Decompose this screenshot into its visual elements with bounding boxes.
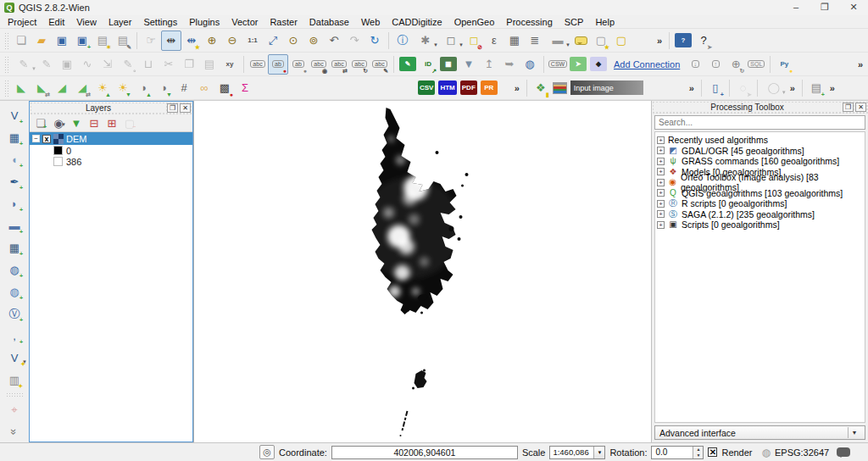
tree-expander-icon[interactable]: + [657, 200, 665, 208]
spinner-buttons[interactable]: ▲▼ [693, 447, 703, 458]
geoexplorer-button[interactable]: ◆ [590, 57, 607, 71]
tree-expander-icon[interactable]: + [657, 147, 665, 154]
menu-edit[interactable]: Edit [42, 16, 70, 28]
save-project-as-button[interactable]: ▣+ [72, 31, 92, 51]
layer-item-dem[interactable]: − x DEM [30, 132, 192, 145]
menu-view[interactable]: View [70, 16, 103, 28]
toolbar-overflow-5[interactable]: » [787, 83, 798, 93]
export-pr-button[interactable]: PR [481, 81, 498, 95]
processing-close-button[interactable]: ✕ [855, 103, 866, 112]
move-feature-button[interactable]: ⇲ [97, 54, 118, 75]
new-project-button[interactable]: ❏ [11, 31, 31, 51]
plugin-editor-button[interactable]: ✎ [399, 57, 416, 71]
gwc-settings-button[interactable]: ⊕↻ [726, 54, 746, 75]
manage-visibility-button[interactable]: ◉▼ [51, 115, 66, 131]
add-wcs-layer-button[interactable]: ◍+ [4, 281, 25, 302]
render-checkbox[interactable]: ✕ [708, 447, 717, 457]
select-features-button[interactable]: ◻▼ [438, 31, 464, 51]
menu-layer[interactable]: Layer [103, 16, 138, 28]
add-wfs-layer-button[interactable]: Ⓥ+ [4, 303, 25, 324]
save-layer-edits-button[interactable]: ▣ [57, 54, 77, 75]
add-vector-layer-button[interactable]: V+ [4, 105, 25, 125]
menu-processing[interactable]: Processing [500, 16, 558, 28]
algorithm-group[interactable]: +◩GDAL/OGR [45 geoalgorithms] [657, 146, 863, 157]
geoserver-map-button[interactable]: ➤ [570, 57, 587, 71]
label-move-button[interactable]: abc⇄ [329, 54, 349, 75]
add-delimited-text-button[interactable]: ,+ [4, 325, 25, 346]
add-coordinate-button[interactable]: xy [220, 54, 240, 75]
add-postgis-layer-button[interactable]: ◖+ [4, 149, 25, 169]
toggle-editing-button[interactable]: ✎ [36, 54, 57, 75]
local-histogram-stretch-button[interactable]: ◣ [11, 78, 31, 98]
increase-brightness-button[interactable]: ☀▲ [92, 78, 113, 98]
decrease-contrast-button[interactable]: ◑▼ [153, 78, 174, 98]
algorithm-search-input[interactable] [654, 115, 865, 130]
zoom-out-button[interactable]: ⊖ [222, 31, 242, 51]
roam-tools-button[interactable]: ◯▼ [761, 78, 787, 98]
tree-expander-icon[interactable]: + [657, 221, 665, 229]
tree-expander-icon[interactable]: + [657, 210, 665, 218]
scp-input-image-combo[interactable]: Input image [570, 81, 643, 95]
menu-help[interactable]: Help [589, 16, 620, 28]
add-wms-layer-button[interactable]: ◍+ [4, 259, 25, 280]
rotation-spinbox[interactable]: 0.0 ▲▼ [651, 446, 704, 459]
zoom-full-button[interactable]: ⤢ [263, 31, 283, 51]
polygon-select-button[interactable]: ◌➤ [733, 78, 754, 98]
toolbar-drag-handle[interactable] [4, 56, 8, 73]
zoom-native-button[interactable]: 1:1 [242, 31, 263, 51]
new-shapefile-button[interactable]: V✦▼ [2, 347, 27, 368]
minimize-button[interactable]: – [782, 0, 810, 15]
select-by-expression-button[interactable]: ε [484, 31, 504, 51]
menu-raster[interactable]: Raster [264, 16, 303, 28]
dot-symbols-button[interactable]: ∞ [194, 78, 214, 98]
label-change-button[interactable]: abc✎ [370, 54, 390, 75]
add-spatialite-layer-button[interactable]: ✒+ [4, 171, 25, 192]
run-feature-action-button[interactable]: ✱▼ [413, 31, 438, 51]
new-composer-button[interactable]: ▤✶ [92, 31, 113, 51]
toolbar-drag-handle[interactable] [6, 392, 23, 397]
save-project-button[interactable]: ▣ [52, 31, 72, 51]
zoom-in-button[interactable]: ⊕ [202, 31, 222, 51]
processing-float-button[interactable]: ❐ [843, 103, 854, 112]
add-connection-link[interactable]: Add Connection [614, 59, 680, 69]
algorithm-group[interactable]: +ⓈSAGA (2.1.2) [235 geoalgorithms] [657, 209, 863, 220]
menu-opengeo[interactable]: OpenGeo [448, 16, 501, 28]
zoom-to-selection-button[interactable]: ⊙ [283, 31, 303, 51]
identify-features-button[interactable]: ⓘ [392, 31, 413, 51]
python-console-button[interactable]: Py● [774, 54, 794, 75]
open-attribute-table-button[interactable]: ▦ [504, 31, 525, 51]
filter-legend-button[interactable]: ▼ [69, 115, 84, 131]
tree-expander-icon[interactable]: + [657, 158, 665, 165]
epsg-status[interactable]: EPSG:32647 [775, 447, 829, 458]
gps-tools-button[interactable]: ▯+ [705, 78, 726, 98]
decrease-brightness-button[interactable]: ☀▼ [113, 78, 133, 98]
import-to-server-button[interactable]: ↓ [685, 54, 705, 75]
remove-layer-button[interactable]: ▢− [122, 115, 137, 131]
add-raster-layer-button[interactable]: ▦+ [4, 127, 25, 147]
raster-values-button[interactable]: ▩● [214, 78, 235, 98]
refresh-map-button[interactable]: ↻ [364, 31, 385, 51]
delete-selected-button[interactable]: ⊔ [138, 54, 159, 75]
export-csv-button[interactable]: CSV [418, 81, 435, 95]
label-rotate-button[interactable]: abc↻ [349, 54, 370, 75]
wfs-download-button[interactable]: ▼ [459, 54, 479, 75]
touch-zoom-button[interactable]: ☞ [141, 31, 161, 51]
layers-float-button[interactable]: ❐ [167, 103, 178, 113]
graticule-button[interactable]: # [174, 78, 194, 98]
tree-expander-icon[interactable]: + [657, 179, 665, 186]
report-layout-button[interactable]: ▤+ [806, 78, 826, 98]
help-contents-button[interactable]: ? [675, 33, 692, 47]
label-pinned-button[interactable]: ab● [268, 54, 288, 75]
menu-vector[interactable]: Vector [225, 16, 264, 28]
full-cumulative-stretch-button[interactable]: ◢⇄ [72, 78, 92, 98]
sql-window-button[interactable]: SQL [746, 54, 766, 75]
collapse-all-button[interactable]: ⊞ [104, 115, 120, 131]
interface-mode-combo[interactable]: Advanced interface ▼ [654, 425, 865, 440]
tree-expander-icon[interactable]: + [657, 189, 665, 197]
zoom-to-layer-button[interactable]: ⊚ [303, 31, 324, 51]
menu-caddigitize[interactable]: CADDigitize [386, 16, 448, 28]
menu-web[interactable]: Web [355, 16, 386, 28]
zoom-next-button[interactable]: ↷ [344, 31, 364, 51]
algorithm-group[interactable]: +ψGRASS commands [160 geoalgorithms] [657, 156, 863, 167]
upload-data-button[interactable]: ↥ [479, 54, 499, 75]
